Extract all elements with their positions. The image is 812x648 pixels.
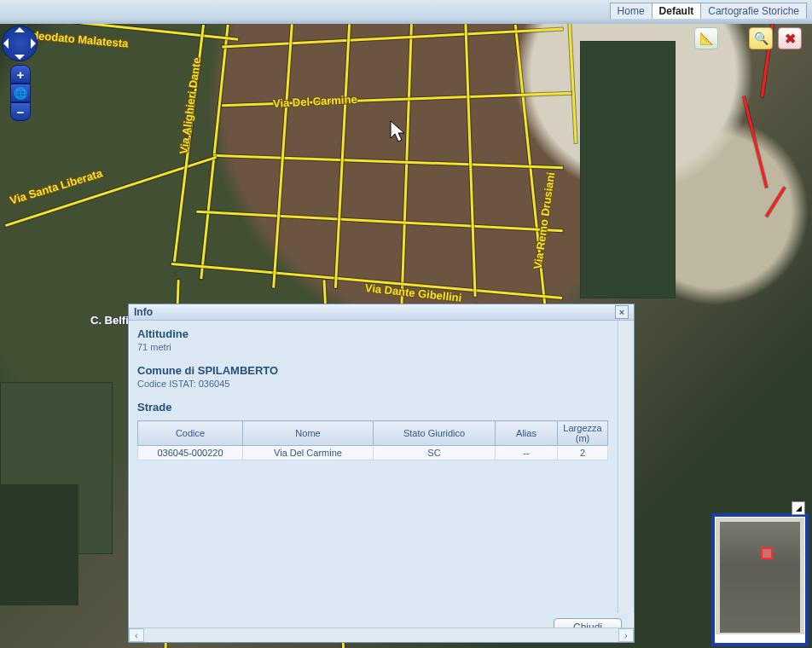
- info-hscrollbar[interactable]: ‹ ›: [129, 628, 634, 642]
- col-codice[interactable]: Codice: [138, 421, 243, 446]
- zoom-out-button[interactable]: −: [10, 102, 31, 121]
- tab-home[interactable]: Home: [610, 3, 652, 20]
- comune-label: Comune di SPILAMBERTO: [137, 364, 615, 377]
- info-window: Info × Altitudine 71 metri Comune di SPI…: [128, 304, 635, 643]
- search-button[interactable]: 🔍: [749, 27, 773, 49]
- ruler-icon: 📐: [699, 32, 714, 45]
- istat-label: Codice ISTAT: 036045: [137, 379, 615, 389]
- field-patch: [0, 484, 78, 605]
- tab-historic[interactable]: Cartografie Storiche: [700, 3, 807, 20]
- col-stato[interactable]: Stato Giuridico: [374, 421, 496, 446]
- info-titlebar[interactable]: Info ×: [129, 304, 634, 321]
- zoom-world-button[interactable]: 🌐: [10, 84, 31, 102]
- pan-left-icon[interactable]: [3, 38, 9, 49]
- table-row[interactable]: 036045-000220 Via Del Carmine SC -- 2: [138, 446, 608, 460]
- measure-button[interactable]: 📐: [694, 27, 718, 49]
- info-body: Altitudine 71 metri Comune di SPILAMBERT…: [129, 321, 634, 613]
- col-nome[interactable]: Nome: [243, 421, 374, 446]
- info-close-x[interactable]: ×: [615, 305, 629, 319]
- hscroll-right-icon[interactable]: ›: [618, 628, 634, 642]
- cell-codice: 036045-000220: [138, 446, 243, 460]
- tab-default[interactable]: Default: [652, 3, 702, 20]
- pan-up-icon[interactable]: [14, 27, 25, 32]
- altitude-label: Altitudine: [137, 327, 615, 340]
- search-icon: 🔍: [754, 32, 768, 45]
- cell-alias: --: [496, 446, 558, 460]
- overview-toggle-button[interactable]: ◢: [792, 501, 805, 515]
- cell-larghezza: 2: [558, 446, 608, 460]
- close-icon: ✖: [785, 31, 796, 47]
- info-title: Info: [134, 306, 153, 318]
- layer-tabs: Home Default Cartografie Storiche: [611, 3, 807, 20]
- info-vscrollbar[interactable]: [618, 321, 634, 613]
- col-larghezza[interactable]: Largezza (m): [558, 421, 608, 446]
- close-tool-button[interactable]: ✖: [778, 27, 802, 49]
- strade-table: Codice Nome Stato Giuridico Alias Largez…: [137, 420, 608, 460]
- field-patch: [580, 41, 676, 298]
- overview-extent-marker[interactable]: [761, 547, 773, 559]
- overview-imagery: [720, 522, 800, 633]
- overview-footer: [715, 634, 805, 643]
- overview-map[interactable]: ◢: [711, 513, 809, 646]
- cell-stato: SC: [374, 446, 496, 460]
- col-alias[interactable]: Alias: [496, 421, 558, 446]
- nav-cluster: + 🌐 −: [2, 26, 39, 121]
- zoom-stack: + 🌐 −: [2, 65, 39, 121]
- pan-compass: [2, 26, 38, 61]
- pan-right-icon[interactable]: [31, 38, 36, 49]
- pan-down-icon[interactable]: [14, 55, 25, 60]
- cell-nome: Via Del Carmine: [243, 446, 374, 460]
- altitude-value: 71 metri: [137, 342, 615, 352]
- zoom-in-button[interactable]: +: [10, 65, 31, 84]
- hscroll-left-icon[interactable]: ‹: [129, 628, 144, 642]
- strade-heading: Strade: [137, 401, 615, 414]
